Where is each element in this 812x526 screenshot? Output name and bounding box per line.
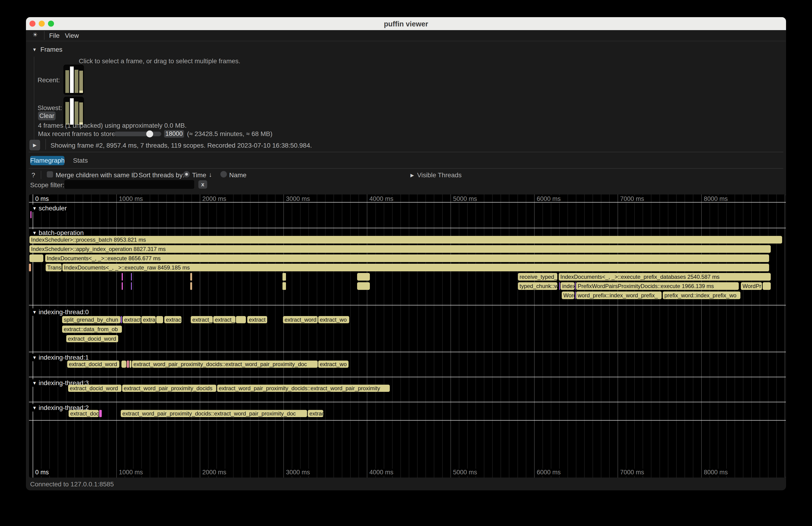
frame-thumbnail-bar[interactable] xyxy=(66,102,69,125)
axis-tick-label: 8000 ms xyxy=(702,195,729,202)
scope-bar[interactable] xyxy=(357,282,370,290)
scope-filter-input[interactable] xyxy=(64,180,194,189)
menu-item-view[interactable]: View xyxy=(65,32,79,39)
axis-tick-label: 2000 ms xyxy=(201,469,228,476)
scope-bar[interactable]: extract_doc xyxy=(69,410,99,417)
frame-thumbnail-bar[interactable] xyxy=(70,98,74,125)
scope-bar[interactable]: word_prefix::index_word_prefix_ xyxy=(576,292,662,299)
scope-bar[interactable]: extract_ xyxy=(213,316,235,323)
frame-thumbnail-bar[interactable] xyxy=(75,102,78,125)
scope-bar[interactable]: IndexScheduler>::process_batch 8953.821 … xyxy=(29,236,782,244)
scope-bar[interactable]: extract_word_pair_proximity_docids::extr… xyxy=(132,361,318,368)
scope-bar[interactable] xyxy=(121,316,122,323)
scope-bar[interactable]: extract_ xyxy=(191,316,213,323)
scope-bar[interactable] xyxy=(29,264,31,271)
tab-stats[interactable]: Stats xyxy=(70,156,91,165)
scope-bar[interactable] xyxy=(282,282,286,290)
scope-bar[interactable]: IndexDocuments<_, _>::execute 8656.677 m… xyxy=(45,254,769,262)
scope-bar[interactable]: extract_docid_word xyxy=(67,361,119,368)
visible-threads-triangle-icon[interactable]: ▶ xyxy=(410,172,414,178)
thread-header-indexing-thread:1[interactable]: ▼indexing-thread:1 xyxy=(31,354,91,361)
scope-bar[interactable]: WordPr xyxy=(741,282,762,290)
max-frames-value[interactable]: 18000 xyxy=(164,130,184,138)
flamegraph-canvas[interactable]: 0 ms1000 ms2000 ms3000 ms4000 ms5000 ms6… xyxy=(29,194,786,478)
scope-bar[interactable]: extrac xyxy=(164,316,182,323)
scope-bar[interactable] xyxy=(575,292,576,299)
scope-bar[interactable] xyxy=(236,316,246,323)
scope-bar[interactable]: IndexDocuments<_, _>::execute_raw 8459.1… xyxy=(62,264,769,271)
max-frames-slider[interactable] xyxy=(114,132,161,136)
tab-flamegraph[interactable]: Flamegraph xyxy=(30,156,64,165)
scope-bar[interactable]: index xyxy=(561,282,575,290)
scope-bar[interactable]: extract_word_pair_proximity_docids::extr… xyxy=(121,410,307,417)
sort-option-label[interactable]: Name xyxy=(229,172,247,179)
play-button[interactable]: ▶ xyxy=(29,140,40,150)
merge-children-label[interactable]: Merge children with same ID xyxy=(56,172,138,179)
thread-header-batch-operation[interactable]: ▼batch-operation xyxy=(31,229,86,237)
clear-button[interactable]: Clear xyxy=(38,112,56,120)
frame-thumbnail-bar[interactable] xyxy=(79,71,83,93)
sort-radio-time[interactable] xyxy=(183,171,190,177)
sort-option-label[interactable]: Time xyxy=(192,172,206,179)
scope-bar[interactable] xyxy=(99,410,102,417)
scope-bar[interactable] xyxy=(131,273,132,281)
scope-bar[interactable] xyxy=(156,316,163,323)
scope-bar[interactable] xyxy=(190,282,192,290)
scope-bar[interactable] xyxy=(559,282,560,290)
scope-bar[interactable]: split_grenad_by_chun xyxy=(62,316,120,323)
merge-children-checkbox[interactable] xyxy=(47,171,53,177)
scope-bar[interactable] xyxy=(357,273,370,281)
scope-bar[interactable] xyxy=(30,211,31,218)
thread-header-scheduler[interactable]: ▼scheduler xyxy=(31,205,69,212)
scope-bar[interactable]: extract xyxy=(122,316,141,323)
frames-section-header[interactable]: ▼ Frames xyxy=(32,46,62,53)
scope-bar[interactable]: extract::data_from_ob xyxy=(62,325,122,333)
frame-thumbnail-bar[interactable] xyxy=(66,70,69,93)
scope-bar[interactable]: IndexScheduler>::apply_index_operation 8… xyxy=(29,245,771,253)
frame-thumbnail-bar[interactable] xyxy=(70,67,74,93)
scope-bar[interactable]: typed_chunk::w xyxy=(518,282,557,290)
scope-bar[interactable]: extra xyxy=(141,316,156,323)
scope-bar[interactable]: extract_docid_word xyxy=(68,385,121,392)
visible-threads-header[interactable]: Visible Threads xyxy=(417,172,462,179)
sort-direction-arrow-icon[interactable]: ↓ xyxy=(209,171,212,178)
scope-bar[interactable] xyxy=(122,282,123,290)
scope-bar[interactable]: extract_docid_word xyxy=(66,335,118,342)
scope-bar[interactable] xyxy=(121,361,126,368)
scope-bar[interactable] xyxy=(29,254,43,262)
scope-bar[interactable] xyxy=(127,361,129,368)
scope-bar[interactable] xyxy=(763,282,771,290)
scope-bar[interactable]: receive_typed_ xyxy=(518,273,557,281)
scope-bar[interactable]: extract xyxy=(247,316,267,323)
recent-frames-thumbnail[interactable] xyxy=(63,65,84,95)
scope-bar[interactable] xyxy=(575,282,576,290)
scope-bar[interactable]: extract_word_pair_proximity_docids::extr… xyxy=(217,385,390,392)
scope-bar[interactable] xyxy=(282,273,286,281)
scope-bar[interactable]: IndexDocuments<_, _>::execute_prefix_dat… xyxy=(559,273,771,281)
help-button[interactable]: ? xyxy=(31,172,35,179)
scope-bar[interactable]: Trans xyxy=(46,264,62,271)
scope-bar[interactable]: extrac xyxy=(308,410,323,417)
scope-bar[interactable]: PrefixWordPairsProximityDocids::execute … xyxy=(576,282,739,290)
scope-bar[interactable]: prefix_word::index_prefix_wo xyxy=(663,292,740,299)
scope-bar[interactable]: extract_word xyxy=(283,316,318,323)
scope-bar[interactable] xyxy=(131,282,132,290)
frame-thumbnail-bar-tip xyxy=(79,91,83,93)
scope-bar[interactable]: extract_wo xyxy=(318,316,349,323)
axis-tick-label: 4000 ms xyxy=(368,469,395,476)
menu-item-file[interactable]: File xyxy=(49,32,60,39)
scope-bar[interactable]: extract_wo xyxy=(318,361,349,368)
scope-bar[interactable]: extract_word_pair_proximity_docids xyxy=(122,385,216,392)
thread-header-indexing-thread:0[interactable]: ▼indexing-thread:0 xyxy=(31,308,91,316)
scope-bar[interactable] xyxy=(122,273,123,281)
scope-bar[interactable] xyxy=(130,361,131,368)
collapse-triangle-icon: ▼ xyxy=(32,355,37,360)
max-frames-slider-knob[interactable] xyxy=(146,130,153,137)
sort-radio-name[interactable] xyxy=(220,171,227,177)
scope-filter-clear-button[interactable]: x xyxy=(198,180,207,189)
frame-thumbnail-bar[interactable] xyxy=(75,70,78,93)
frame-thumbnail-bar[interactable] xyxy=(79,102,83,125)
scope-bar[interactable] xyxy=(190,273,192,281)
scope-bar[interactable]: Word xyxy=(562,292,574,299)
theme-toggle-icon[interactable]: ☀ xyxy=(32,31,38,39)
